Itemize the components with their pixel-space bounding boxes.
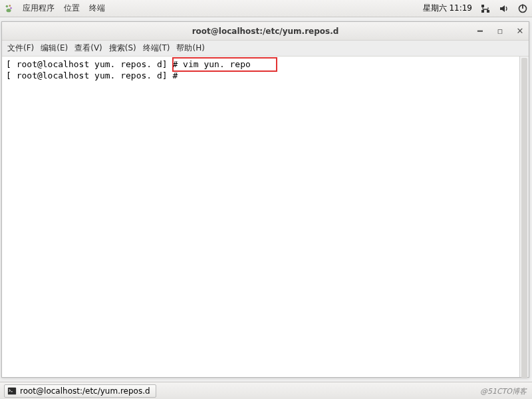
maximize-button[interactable]: ▫ [495, 27, 505, 36]
menu-edit[interactable]: 编辑(E) [41, 43, 68, 54]
menu-help[interactable]: 帮助(H) [176, 43, 204, 54]
top-panel: 应用程序 位置 终端 星期六 11:19 [0, 0, 532, 17]
clock[interactable]: 星期六 11:19 [423, 3, 472, 14]
gnome-foot-icon [4, 4, 13, 13]
window-titlebar[interactable]: root@localhost:/etc/yum.repos.d ━ ▫ ✕ [2, 22, 529, 41]
panel-menu-places[interactable]: 位置 [64, 3, 80, 14]
taskbar-item-terminal[interactable]: root@localhost:/etc/yum.repos.d [4, 384, 156, 398]
svg-point-1 [9, 5, 11, 7]
taskbar-item-label: root@localhost:/etc/yum.repos.d [20, 386, 150, 396]
power-icon[interactable] [517, 3, 528, 14]
watermark: @51CTO博客 [480, 386, 527, 396]
terminal-area[interactable]: [ root@localhost yum. repos. d] # vim yu… [2, 57, 529, 377]
terminal-window: root@localhost:/etc/yum.repos.d ━ ▫ ✕ 文件… [1, 21, 529, 378]
svg-rect-6 [481, 10, 484, 13]
volume-icon[interactable] [499, 3, 509, 14]
menu-terminal[interactable]: 终端(T) [143, 43, 170, 54]
bottom-taskbar: root@localhost:/etc/yum.repos.d @51CTO博客 [0, 382, 532, 399]
svg-point-0 [6, 5, 9, 7]
menu-view[interactable]: 查看(V) [74, 43, 102, 54]
terminal-line: [ root@localhost yum. repos. d] # vim yu… [6, 59, 525, 70]
window-menubar: 文件(F) 编辑(E) 查看(V) 搜索(S) 终端(T) 帮助(H) [2, 41, 529, 57]
menu-file[interactable]: 文件(F) [7, 43, 34, 54]
svg-rect-5 [487, 10, 489, 13]
svg-point-3 [7, 9, 11, 12]
scrollbar-thumb[interactable] [521, 58, 527, 378]
network-icon[interactable] [480, 3, 491, 14]
window-title: root@localhost:/etc/yum.repos.d [2, 27, 529, 36]
svg-rect-9 [8, 387, 16, 394]
panel-menu-applications[interactable]: 应用程序 [23, 3, 55, 14]
minimize-button[interactable]: ━ [475, 27, 485, 36]
scrollbar[interactable] [519, 57, 529, 377]
close-button[interactable]: ✕ [515, 27, 525, 36]
menu-search[interactable]: 搜索(S) [109, 43, 136, 54]
panel-menu-terminal[interactable]: 终端 [89, 3, 105, 14]
svg-point-2 [10, 7, 12, 9]
svg-rect-4 [481, 5, 484, 7]
terminal-icon [7, 386, 17, 396]
terminal-line: [ root@localhost yum. repos. d] # [6, 70, 525, 82]
